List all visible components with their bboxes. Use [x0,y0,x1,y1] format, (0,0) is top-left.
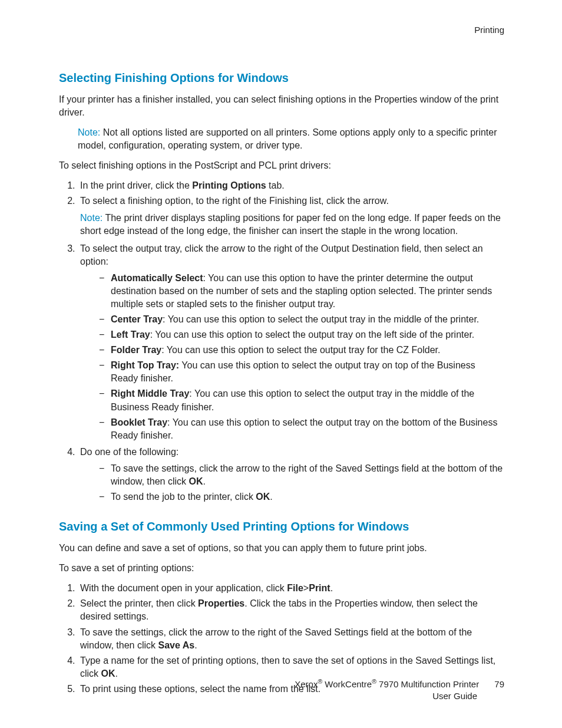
note-1: Note: Not all options listed are support… [78,126,504,152]
do-one-of-list: To save the settings, click the arrow to… [80,462,504,503]
option-right-top-tray: Right Top Tray: You can use this option … [99,359,504,385]
step-2: To select a finishing option, to the rig… [78,195,504,237]
footer-brand: Xerox [295,679,318,689]
do-send: To send the job to the printer, click OK… [99,490,504,503]
step-1: With the document open in your applicati… [78,582,504,595]
note-text: Not all options listed are supported on … [78,127,497,150]
footer-model: 7970 Multifunction Printer [376,679,479,689]
step-2: Select the printer, then click Propertie… [78,597,504,623]
document-page: Printing Selecting Finishing Options for… [0,0,562,728]
option-auto-select: Automatically Select: You can use this o… [99,272,504,311]
intro-paragraph-1: If your printer has a finisher installed… [59,93,504,119]
running-header: Printing [59,25,504,35]
option-folder-tray: Folder Tray: You can use this option to … [99,344,504,357]
step-3: To save the settings, click the arrow to… [78,626,504,652]
registered-icon: ® [372,678,376,685]
page-footer: Xerox® WorkCentre® 7970 Multifunction Pr… [59,677,504,703]
note-text: The print driver displays stapling posit… [80,213,501,236]
footer-doc-title: User Guide [59,690,504,702]
step-4: Do one of the following: To save the set… [78,446,504,503]
intro-paragraph-2: You can define and save a set of options… [59,542,504,555]
option-left-tray: Left Tray: You can use this option to se… [99,328,504,341]
step-3: To select the output tray, click the arr… [78,242,504,442]
procedure-list-1: In the print driver, click the Printing … [59,179,504,503]
lead-in-2: To save a set of printing options: [59,562,504,575]
section-heading-1: Selecting Finishing Options for Windows [59,71,504,85]
note-label: Note: [78,127,100,137]
lead-in-1: To select finishing options in the PostS… [59,159,504,172]
step-1: In the print driver, click the Printing … [78,179,504,192]
step-4: Type a name for the set of printing opti… [78,654,504,680]
option-booklet-tray: Booklet Tray: You can use this option to… [99,416,504,442]
page-number: 79 [494,678,504,690]
option-center-tray: Center Tray: You can use this option to … [99,313,504,326]
output-tray-options: Automatically Select: You can use this o… [80,272,504,442]
section-heading-2: Saving a Set of Commonly Used Printing O… [59,520,504,533]
footer-product: WorkCentre [322,679,372,689]
note-label: Note: [80,213,103,223]
option-right-middle-tray: Right Middle Tray: You can use this opti… [99,387,504,413]
note-2: Note: The print driver displays stapling… [80,212,504,238]
do-save: To save the settings, click the arrow to… [99,462,504,488]
